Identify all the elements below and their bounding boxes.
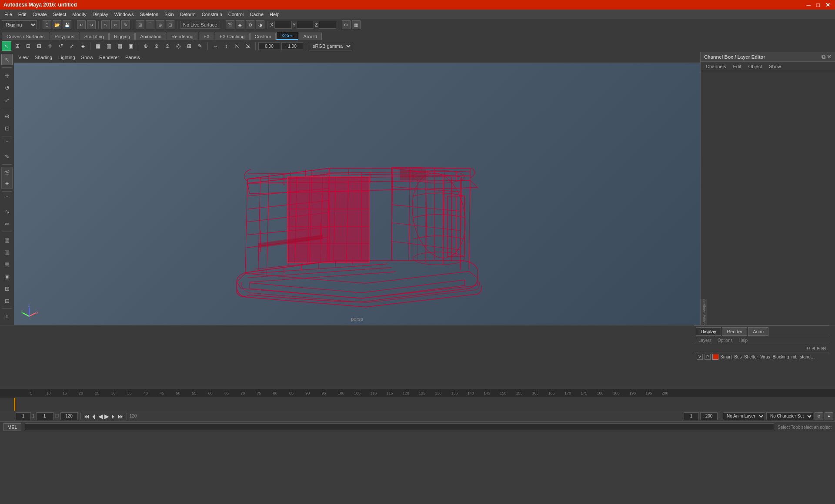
rotate-tool[interactable]: ↺ — [1, 82, 13, 93]
undo-button[interactable]: ↩ — [77, 20, 86, 29]
mel-button[interactable]: MEL — [3, 423, 21, 431]
x-input[interactable] — [274, 21, 292, 29]
menu-deform[interactable]: Deform — [177, 11, 198, 18]
char-set-options-btn[interactable]: ⚙ — [815, 412, 823, 420]
float-input-1[interactable] — [258, 42, 280, 50]
icon-btn-8[interactable]: ◈ — [78, 41, 87, 51]
channels-tab[interactable]: Channels — [702, 63, 729, 70]
tab-rigging[interactable]: Rigging — [109, 33, 135, 40]
maximize-button[interactable]: □ — [814, 1, 822, 9]
lt-btn-misc2[interactable]: ▥ — [1, 246, 13, 258]
tab-animation[interactable]: Animation — [135, 33, 166, 40]
icon-btn-17[interactable]: ⊞ — [184, 41, 194, 51]
icon-btn-10[interactable]: ▥ — [104, 41, 114, 51]
icon-btn-16[interactable]: ◎ — [174, 41, 183, 51]
tab-curves-surfaces[interactable]: Curves / Surfaces — [2, 33, 49, 40]
vp-panels-menu[interactable]: Panels — [124, 54, 142, 61]
command-line-input[interactable] — [25, 423, 775, 431]
icon-btn-9[interactable]: ▦ — [93, 41, 103, 51]
snap-surface-button[interactable]: ⊡ — [166, 20, 174, 29]
anim-layer-dropdown[interactable]: No Anim Layer — [723, 412, 765, 420]
render2-btn[interactable]: ◈ — [2, 178, 12, 188]
menu-windows[interactable]: Windows — [112, 11, 137, 18]
snap-point-button[interactable]: ⊕ — [156, 20, 164, 29]
layers-btn[interactable]: Layers — [697, 338, 713, 343]
display-tab[interactable]: Display — [696, 327, 721, 336]
save-scene-button[interactable]: 💾 — [63, 20, 71, 29]
lt-btn-misc1[interactable]: ▦ — [1, 234, 13, 245]
icon-btn-20[interactable]: ↕ — [221, 41, 231, 51]
menu-display[interactable]: Display — [90, 11, 111, 18]
icon-btn-4[interactable]: ⊟ — [34, 41, 44, 51]
ipr-button[interactable]: ◈ — [236, 20, 244, 29]
vp-shading-menu[interactable]: Shading — [33, 54, 54, 61]
layer-visibility-btn[interactable]: V — [697, 354, 703, 360]
menu-help[interactable]: Help — [267, 11, 282, 18]
redo-button[interactable]: ↪ — [87, 20, 96, 29]
icon-btn-3[interactable]: ⊡ — [23, 41, 33, 51]
scale-tool[interactable]: ⤢ — [1, 94, 13, 106]
icon-btn-6[interactable]: ↺ — [56, 41, 66, 51]
minimize-button[interactable]: ─ — [805, 1, 812, 9]
snap-curve-button[interactable]: ⌒ — [146, 20, 154, 29]
end-range-input[interactable] — [700, 412, 718, 420]
play-fwd-btn[interactable]: ▶ — [104, 413, 109, 420]
icon-btn-7[interactable]: ⤢ — [67, 41, 77, 51]
render-settings-button[interactable]: ⚙ — [246, 20, 254, 29]
open-scene-button[interactable]: 📂 — [53, 20, 61, 29]
edit-tab[interactable]: Edit — [729, 63, 745, 70]
vp-show-menu[interactable]: Show — [80, 54, 95, 61]
right-frame-input[interactable] — [684, 412, 699, 420]
anim-tab[interactable]: Anim — [748, 327, 768, 336]
icon-btn-22[interactable]: ⇲ — [243, 41, 253, 51]
timeline-numbers[interactable]: 5101520253035404550556065707580859095100… — [14, 389, 694, 398]
settings-button-right[interactable]: ⚙ — [342, 20, 351, 29]
tab-rendering[interactable]: Rendering — [167, 33, 198, 40]
pencil-tool[interactable]: ✏ — [1, 218, 13, 229]
paint-select[interactable]: ✎ — [1, 151, 13, 162]
menu-skeleton[interactable]: Skeleton — [137, 11, 161, 18]
step-fwd-btn[interactable]: ⏵ — [110, 413, 117, 420]
object-tab[interactable]: Object — [745, 63, 765, 70]
icon-btn-15[interactable]: ⊙ — [163, 41, 172, 51]
tab-arnold[interactable]: Arnold — [299, 33, 322, 40]
icon-btn-14[interactable]: ⊗ — [152, 41, 161, 51]
tab-fx-caching[interactable]: FX Caching — [215, 33, 249, 40]
curve-tool[interactable]: ⌒ — [1, 194, 13, 205]
range-end-input[interactable] — [60, 412, 78, 420]
move-tool[interactable]: ✛ — [1, 70, 13, 81]
ep-curve-tool[interactable]: ∿ — [1, 206, 13, 217]
select-tool[interactable]: ↖ — [1, 54, 13, 65]
vp-renderer-menu[interactable]: Renderer — [97, 54, 121, 61]
soft-mod-tool[interactable]: ⊕ — [1, 110, 13, 122]
vp-view-menu[interactable]: View — [17, 54, 30, 61]
lt-btn-misc5[interactable]: ⊞ — [1, 283, 13, 294]
render-btn[interactable]: 🎬 — [2, 168, 12, 178]
paint-tool-button[interactable]: ✎ — [121, 20, 130, 29]
menu-constrain[interactable]: Constrain — [199, 11, 225, 18]
show-manip-tool[interactable]: ⊡ — [1, 123, 13, 134]
new-scene-button[interactable]: 🗋 — [43, 20, 51, 29]
vp-lighting-menu[interactable]: Lighting — [57, 54, 77, 61]
icon-btn-21[interactable]: ⇱ — [232, 41, 242, 51]
menu-skin[interactable]: Skin — [162, 11, 176, 18]
z-input[interactable] — [319, 21, 336, 29]
icon-btn-19[interactable]: ↔ — [210, 41, 220, 51]
channel-box-close-btn[interactable]: ✕ — [827, 53, 832, 60]
icon-btn-12[interactable]: ▣ — [126, 41, 135, 51]
icon-btn-11[interactable]: ▤ — [115, 41, 124, 51]
tab-polygons[interactable]: Polygons — [50, 33, 79, 40]
select-icon-btn[interactable]: ↖ — [2, 41, 11, 51]
menu-file[interactable]: File — [2, 11, 15, 18]
hypershade-button[interactable]: ◑ — [256, 20, 264, 29]
render-tab[interactable]: Render — [722, 327, 747, 336]
menu-modify[interactable]: Modify — [70, 11, 89, 18]
current-frame-input[interactable] — [16, 412, 31, 420]
step-back-btn[interactable]: ⏴ — [91, 413, 97, 420]
tab-xgen[interactable]: XGen — [276, 32, 298, 40]
tab-custom[interactable]: Custom — [250, 33, 276, 40]
scroll-first-btn[interactable]: ⏮ — [805, 345, 811, 351]
menu-cache[interactable]: Cache — [247, 11, 266, 18]
workspace-button[interactable]: ▦ — [352, 20, 361, 29]
channel-box-float-btn[interactable]: ⧉ — [822, 53, 825, 60]
